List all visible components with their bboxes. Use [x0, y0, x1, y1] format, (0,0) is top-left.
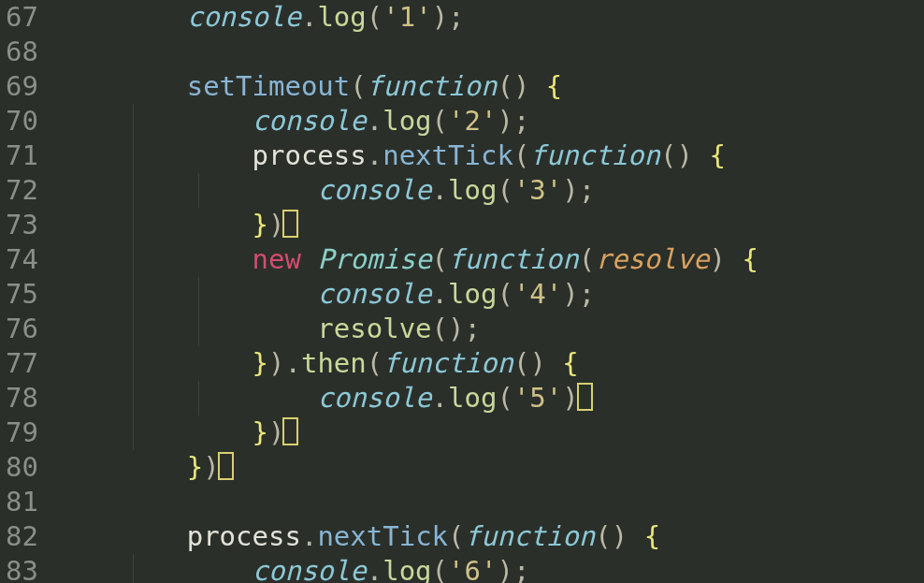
- code-line[interactable]: console.log('5'): [56, 381, 924, 415]
- cursor-box: [218, 452, 234, 480]
- token-punct: (: [432, 105, 448, 137]
- cursor-box: [282, 417, 298, 445]
- indent-whitespace: [56, 278, 317, 310]
- token-brace: {: [546, 70, 562, 102]
- token-obj: console: [253, 555, 367, 583]
- code-line[interactable]: console.log('6');: [56, 554, 924, 583]
- indent-whitespace: [56, 174, 317, 206]
- token-method: log: [448, 278, 497, 310]
- token-punct: ): [709, 243, 725, 275]
- line-number: 82: [6, 519, 37, 554]
- line-number: 70: [6, 104, 37, 138]
- code-editor[interactable]: 6768697071727374757677787980818283 conso…: [0, 0, 924, 583]
- line-number: 67: [6, 0, 37, 35]
- token-func: setTimeout: [187, 70, 351, 102]
- token-punct: ): [497, 555, 513, 583]
- token-punct: (: [513, 347, 529, 379]
- token-punct: .: [284, 347, 300, 379]
- code-line[interactable]: [56, 485, 924, 519]
- code-line[interactable]: }).then(function() {: [56, 346, 924, 381]
- token-string: '6': [448, 555, 497, 583]
- code-line[interactable]: setTimeout(function() {: [56, 69, 924, 104]
- token-type: Promise: [317, 243, 431, 275]
- token-brace: }: [253, 209, 268, 240]
- token-punct: (: [513, 139, 529, 171]
- indent-whitespace: [56, 139, 253, 171]
- indent-whitespace: [56, 243, 253, 275]
- cursor-box: [282, 210, 298, 238]
- token-punct: (: [432, 555, 448, 583]
- cursor-box: [577, 383, 593, 411]
- token-punct: (: [432, 243, 448, 275]
- token-punct: ;: [465, 313, 481, 344]
- line-number: 79: [6, 415, 37, 450]
- token-string: '4': [513, 278, 562, 310]
- token-punct: ): [497, 105, 513, 137]
- token-method: log: [448, 382, 497, 414]
- token-punct: .: [432, 382, 448, 414]
- token-punct: .: [301, 520, 317, 552]
- token-obj: console: [317, 382, 431, 414]
- token-punct: (: [367, 1, 383, 33]
- token-punct: (: [497, 382, 513, 414]
- token-punct: ): [677, 139, 693, 171]
- token-punct: ;: [579, 174, 595, 206]
- token-punct: (: [497, 278, 513, 310]
- token-punct: (: [367, 347, 383, 379]
- code-line[interactable]: }): [56, 208, 924, 242]
- token-plain: [301, 243, 317, 275]
- token-func: nextTick: [317, 520, 448, 552]
- token-string: '2': [448, 105, 497, 137]
- token-plain: [529, 70, 545, 102]
- code-line[interactable]: [56, 35, 924, 69]
- indent-guide: [133, 381, 134, 415]
- code-line[interactable]: }): [56, 415, 924, 450]
- token-funckw: function: [448, 243, 579, 275]
- code-line[interactable]: console.log('4');: [56, 277, 924, 312]
- token-punct: (: [595, 520, 611, 552]
- line-number-gutter: 6768697071727374757677787980818283: [0, 0, 45, 583]
- line-number: 74: [6, 242, 37, 277]
- token-plain: process: [253, 139, 367, 171]
- token-punct: (: [497, 174, 513, 206]
- token-plain: [726, 243, 742, 275]
- code-line[interactable]: resolve();: [56, 312, 924, 346]
- token-method: resolve: [317, 313, 431, 344]
- line-number: 72: [6, 173, 37, 208]
- token-brace: {: [562, 347, 578, 379]
- token-punct: ;: [513, 105, 529, 137]
- indent-guide: [198, 381, 199, 415]
- token-punct: ): [562, 174, 578, 206]
- token-funckw: function: [465, 520, 596, 552]
- indent-guide: [133, 415, 134, 450]
- indent-whitespace: [56, 520, 187, 552]
- token-method: then: [301, 347, 367, 379]
- indent-guide: [133, 173, 134, 208]
- code-line[interactable]: }): [56, 450, 924, 485]
- line-number: 80: [6, 450, 37, 485]
- code-line[interactable]: console.log('2');: [56, 104, 924, 138]
- token-obj: console: [317, 278, 431, 310]
- token-punct: (: [579, 243, 595, 275]
- code-line[interactable]: process.nextTick(function() {: [56, 519, 924, 554]
- indent-guide: [133, 554, 134, 583]
- code-line[interactable]: console.log('3');: [56, 173, 924, 208]
- indent-guide: [198, 277, 199, 312]
- token-plain: [628, 520, 643, 552]
- code-line[interactable]: process.nextTick(function() {: [56, 138, 924, 173]
- code-line[interactable]: new Promise(function(resolve) {: [56, 242, 924, 277]
- token-obj: console: [187, 1, 301, 33]
- token-funckw: function: [367, 70, 498, 102]
- token-punct: ): [529, 347, 545, 379]
- token-punct: ): [448, 313, 464, 344]
- code-line[interactable]: console.log('1');: [56, 0, 924, 35]
- indent-whitespace: [56, 70, 187, 102]
- line-number: 71: [6, 138, 37, 173]
- indent-whitespace: [56, 416, 253, 448]
- code-area[interactable]: console.log('1'); setTimeout(function() …: [45, 0, 924, 583]
- token-punct: .: [432, 278, 448, 310]
- token-funckw: function: [529, 139, 660, 171]
- line-number: 77: [6, 346, 37, 381]
- indent-whitespace: [56, 209, 253, 240]
- token-punct: ;: [579, 278, 595, 310]
